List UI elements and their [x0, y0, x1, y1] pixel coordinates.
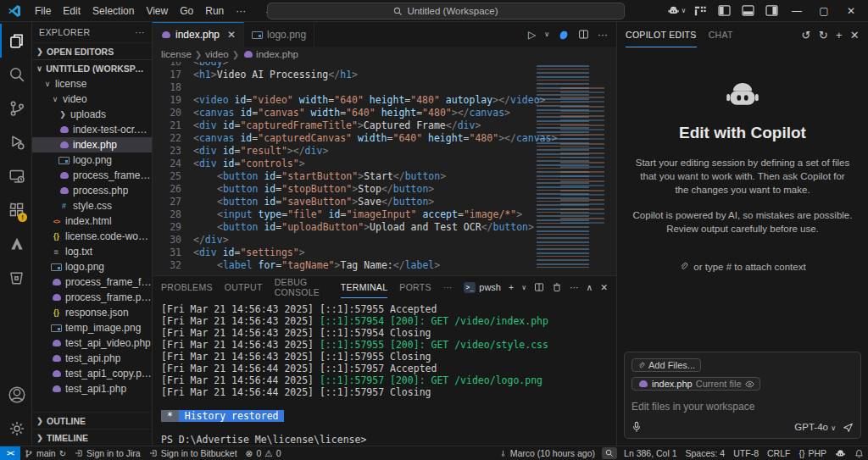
line-number[interactable]: 27	[153, 196, 181, 208]
mic-icon[interactable]	[632, 421, 642, 433]
line-number[interactable]: 22	[153, 132, 181, 145]
toggle-sidebar-left-icon[interactable]	[714, 3, 734, 19]
close-panel-icon[interactable]: ✕	[600, 282, 608, 292]
tree-file-logo.png[interactable]: logo.png	[32, 259, 152, 274]
tree-file-response.json[interactable]: {}response.json	[32, 305, 152, 320]
breadcrumb-item-index.php[interactable]: index.php	[242, 49, 298, 59]
menu-selection[interactable]: Selection	[86, 3, 140, 19]
encoding-item[interactable]: UTF-8	[729, 446, 763, 460]
close-button[interactable]: ✕	[839, 2, 863, 20]
explorer-icon[interactable]	[0, 24, 31, 58]
run-debug-icon[interactable]	[0, 125, 31, 159]
line-number[interactable]: 19	[153, 94, 181, 107]
redo-icon[interactable]: ↻	[819, 29, 828, 42]
tree-file-index-test-ocr.php[interactable]: index-test-ocr.php	[32, 122, 152, 137]
menu-run[interactable]: Run	[199, 3, 230, 19]
add-files-button[interactable]: Add Files...	[632, 358, 701, 372]
menu-view[interactable]: View	[140, 3, 174, 19]
git-branch-item[interactable]: main ↻	[20, 446, 70, 460]
code-editor[interactable]: 16<body>17<h1>Video AI Processing</h1>18…	[153, 62, 531, 275]
zoom-indicator[interactable]	[602, 447, 617, 459]
line-number[interactable]: 30	[153, 234, 181, 247]
tree-file-index.html[interactable]: <>index.html	[32, 213, 152, 229]
line-number[interactable]: 17	[153, 69, 181, 81]
tree-file-process_frame.php[interactable]: process_frame.php	[32, 168, 152, 183]
tree-file-process_frame.php[interactable]: process_frame.php	[32, 290, 152, 305]
tree-file-test_api.php[interactable]: test_api.php	[32, 351, 152, 366]
undo-icon[interactable]: ↺	[801, 29, 810, 42]
notifications-bell-icon[interactable]	[850, 446, 868, 460]
panel-tab-debug-console[interactable]: DEBUG CONSOLE	[275, 276, 329, 298]
tree-folder-video[interactable]: ∨video	[32, 91, 152, 107]
line-number[interactable]: 24	[153, 158, 181, 170]
model-picker[interactable]: GPT-4o ∨	[794, 422, 836, 432]
breadcrumb-item-license[interactable]: license	[161, 49, 192, 59]
line-number[interactable]: 21	[153, 119, 181, 132]
copilot-prompt-input[interactable]: Edit files in your workspace	[632, 396, 854, 421]
remote-explorer-icon[interactable]	[0, 159, 31, 193]
bitbucket-icon[interactable]	[0, 261, 31, 295]
panel-tab-terminal[interactable]: TERMINAL	[341, 276, 388, 298]
sidebar-more-button[interactable]: ···	[135, 27, 145, 37]
tree-file-temp_image.png[interactable]: temp_image.png	[32, 320, 152, 335]
atlassian-icon[interactable]	[0, 227, 31, 261]
tree-file-test_api1.php[interactable]: test_api1.php	[32, 381, 152, 396]
tab-index.php[interactable]: index.php✕	[153, 22, 244, 47]
line-number[interactable]: 20	[153, 107, 181, 119]
toggle-sidebar-right-icon[interactable]	[761, 3, 782, 19]
accounts-icon[interactable]	[0, 378, 31, 412]
minimize-button[interactable]: —	[785, 2, 809, 20]
tab-logo.png[interactable]: logo.png	[244, 22, 314, 47]
panel-tab-output[interactable]: OUTPUT	[225, 276, 263, 298]
terminal-shell-item[interactable]: >_pwsh	[464, 282, 501, 293]
line-number[interactable]: 31	[153, 247, 181, 259]
send-icon[interactable]	[843, 422, 854, 433]
panel-more-button[interactable]: ···	[443, 282, 453, 292]
settings-icon[interactable]	[0, 412, 31, 446]
source-control-icon[interactable]	[0, 91, 31, 125]
problems-item[interactable]: ⊗ 0 ⚠ 0	[242, 446, 286, 460]
copilot-tab-chat[interactable]: CHAT	[709, 22, 733, 47]
kill-terminal-icon[interactable]	[552, 282, 562, 292]
run-chevron-icon[interactable]: ∨	[544, 30, 549, 38]
tree-file-process.php[interactable]: process.php	[32, 183, 152, 198]
menu-go[interactable]: Go	[174, 3, 199, 19]
line-number[interactable]: 26	[153, 183, 181, 196]
copilot-menu-button[interactable]: ∨	[666, 3, 687, 19]
open-editors-section[interactable]: ❯ OPEN EDITORS	[32, 42, 152, 59]
tree-file-log.txt[interactable]: ≡log.txt	[32, 244, 152, 259]
tree-file-process_frame_fram...[interactable]: process_frame_fram...	[32, 274, 152, 290]
outline-section[interactable]: ❯ OUTLINE	[32, 412, 152, 429]
line-number[interactable]: 16	[153, 62, 181, 69]
terminal[interactable]: [Fri Mar 21 14:56:43 2025] [::1]:57955 A…	[153, 298, 616, 446]
customize-layout-icon[interactable]	[690, 3, 710, 19]
current-file-chip[interactable]: index.php Current file	[632, 377, 760, 391]
copilot-tab-copilot-edits[interactable]: COPILOT EDITS	[626, 22, 697, 47]
editor-more-button[interactable]: ···	[598, 29, 608, 41]
panel-tab-problems[interactable]: PROBLEMS	[161, 276, 213, 298]
line-number[interactable]: 18	[153, 81, 181, 94]
run-button[interactable]: ▷	[528, 29, 536, 41]
tree-folder-uploads[interactable]: ❯uploads	[32, 107, 152, 122]
menu-edit[interactable]: Edit	[57, 3, 86, 19]
cursor-position-item[interactable]: Ln 386, Col 1	[620, 446, 681, 460]
toggle-panel-icon[interactable]	[737, 3, 758, 19]
line-number[interactable]: 29	[153, 221, 181, 234]
line-number[interactable]: 28	[153, 208, 181, 221]
terminal-chevron-icon[interactable]: ∨	[521, 284, 526, 291]
php-server-icon[interactable]	[558, 29, 570, 41]
split-terminal-icon[interactable]	[534, 282, 544, 292]
timeline-section[interactable]: ❯ TIMELINE	[32, 429, 152, 446]
line-number[interactable]: 23	[153, 145, 181, 158]
workspace-section[interactable]: ∨ UNTITLED (WORKSPACE)	[32, 59, 152, 76]
panel-tab-ports[interactable]: PORTS	[399, 276, 431, 298]
line-number[interactable]: 25	[153, 170, 181, 183]
extensions-icon[interactable]: !	[0, 193, 31, 227]
bitbucket-signin-item[interactable]: Sign in to Bitbucket	[145, 446, 242, 460]
tree-folder-license[interactable]: ∨license	[32, 76, 152, 91]
indentation-item[interactable]: Spaces: 4	[682, 446, 730, 460]
close-icon[interactable]: ✕	[227, 29, 236, 41]
tree-file-style.css[interactable]: #style.css	[32, 198, 152, 213]
tree-file-test_api1_copy.php[interactable]: test_api1_copy.php	[32, 366, 152, 381]
new-session-button[interactable]: +	[836, 29, 843, 42]
